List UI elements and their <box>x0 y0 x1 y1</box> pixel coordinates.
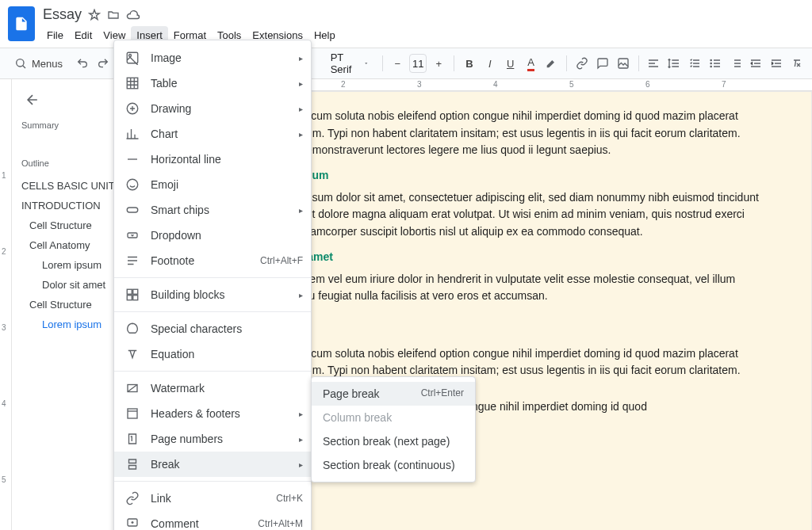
insert-footnote[interactable]: FootnoteCtrl+Alt+F <box>114 248 311 273</box>
chips-icon <box>125 203 140 217</box>
decrease-indent-button[interactable] <box>747 52 764 74</box>
bold-button[interactable]: B <box>461 52 478 74</box>
menu-edit[interactable]: Edit <box>69 26 98 44</box>
footnote-icon <box>125 254 140 268</box>
insert-image[interactable]: Image▸ <box>114 45 311 71</box>
headers-icon <box>125 406 140 421</box>
insert-image-button[interactable] <box>615 52 632 74</box>
numbered-list-button[interactable] <box>727 52 745 74</box>
break-page-break[interactable]: Page breakCtrl+Enter <box>312 382 475 406</box>
insert-page-numbers[interactable]: Page numbers▸ <box>114 426 311 452</box>
svg-rect-14 <box>127 296 132 300</box>
vertical-ruler: 123456 <box>0 79 12 530</box>
insert-watermark[interactable]: Watermark <box>114 376 311 401</box>
svg-rect-17 <box>128 409 137 418</box>
docs-logo-icon[interactable] <box>8 6 35 41</box>
svg-point-4 <box>710 66 711 67</box>
svg-point-2 <box>710 59 711 60</box>
break-submenu: Page breakCtrl+EnterColumn breakSection … <box>311 376 476 482</box>
highlight-button[interactable] <box>542 52 560 74</box>
insert-building-blocks[interactable]: Building blocks▸ <box>114 282 311 307</box>
link-icon <box>125 491 140 505</box>
svg-rect-5 <box>127 52 138 63</box>
svg-point-3 <box>710 63 711 63</box>
svg-rect-15 <box>133 296 138 300</box>
text-color-button[interactable]: A <box>523 52 540 74</box>
decrease-size-button[interactable]: − <box>389 52 406 74</box>
chevron-right-icon: ▸ <box>299 460 303 469</box>
hr-icon <box>125 152 140 166</box>
dropdown-icon <box>125 228 140 242</box>
underline-button[interactable]: U <box>502 52 519 74</box>
svg-point-9 <box>127 179 138 190</box>
chart-icon <box>125 127 140 141</box>
font-family-select[interactable]: PT Serif <box>324 51 376 75</box>
list-heading: 1. Lorem ipsum <box>247 167 764 185</box>
search-menus[interactable]: Menus <box>6 54 71 73</box>
blocks-icon <box>125 288 140 302</box>
chevron-right-icon: ▸ <box>299 54 303 63</box>
insert-comment[interactable]: CommentCtrl+Alt+M <box>114 511 311 530</box>
insert-horizontal-line[interactable]: Horizontal line <box>114 147 311 172</box>
comment-icon <box>125 517 140 530</box>
insert-drawing[interactable]: Drawing▸ <box>114 96 311 121</box>
svg-point-6 <box>129 55 132 57</box>
svg-rect-7 <box>127 78 138 89</box>
chevron-right-icon: ▸ <box>299 130 303 139</box>
checklist-button[interactable] <box>686 52 703 74</box>
break-icon <box>125 457 140 471</box>
watermark-icon <box>125 381 140 395</box>
body-text: Duis autem vel eum iriure dolor in hendr… <box>269 271 764 305</box>
increase-indent-button[interactable] <box>768 52 785 74</box>
star-icon[interactable] <box>88 9 101 21</box>
chevron-right-icon: ▸ <box>299 206 303 215</box>
menu-file[interactable]: File <box>41 26 69 44</box>
doc-title[interactable]: Essay <box>43 6 82 23</box>
clear-formatting-button[interactable] <box>788 52 806 74</box>
italic-button[interactable]: I <box>481 52 499 74</box>
undo-button[interactable] <box>74 52 91 74</box>
chevron-right-icon: ▸ <box>299 105 303 113</box>
align-button[interactable] <box>645 52 662 74</box>
table-icon <box>125 76 140 90</box>
image-icon <box>125 51 140 65</box>
insert-link-button[interactable] <box>573 52 591 74</box>
svg-rect-13 <box>133 289 138 294</box>
insert-dropdown[interactable]: Dropdown <box>114 223 311 248</box>
insert-special-characters[interactable]: Special characters <box>114 316 311 341</box>
font-size-input[interactable]: 11 <box>409 54 427 73</box>
move-icon[interactable] <box>107 9 120 21</box>
insert-chart[interactable]: Chart▸ <box>114 121 311 147</box>
add-comment-button[interactable] <box>594 52 611 74</box>
equation-icon <box>125 347 140 361</box>
insert-headers-footers[interactable]: Headers & footers▸ <box>114 401 311 426</box>
insert-equation[interactable]: Equation <box>114 341 311 367</box>
increase-size-button[interactable]: + <box>430 52 447 74</box>
emoji-icon <box>125 177 140 192</box>
bulleted-list-button[interactable] <box>707 52 724 74</box>
insert-table[interactable]: Table▸ <box>114 71 311 96</box>
chevron-right-icon: ▸ <box>299 410 303 418</box>
cloud-icon[interactable] <box>126 8 140 22</box>
drawing-icon <box>125 101 140 116</box>
svg-rect-12 <box>127 289 132 294</box>
chevron-right-icon: ▸ <box>299 435 303 444</box>
insert-emoji[interactable]: Emoji <box>114 172 311 197</box>
insert-smart-chips[interactable]: Smart chips▸ <box>114 197 311 223</box>
pagenum-icon <box>125 432 140 446</box>
insert-link[interactable]: LinkCtrl+K <box>114 486 311 511</box>
menu-help[interactable]: Help <box>308 26 341 44</box>
break-column-break: Column break <box>312 406 475 429</box>
body-text: Lorem ipsum dolor sit amet, consectetuer… <box>269 189 764 241</box>
chevron-right-icon: ▸ <box>299 291 303 299</box>
insert-menu-dropdown: Image▸Table▸Drawing▸Chart▸Horizontal lin… <box>113 40 312 530</box>
menus-label: Menus <box>32 58 63 70</box>
svg-point-0 <box>17 59 24 67</box>
line-spacing-button[interactable] <box>665 52 683 74</box>
redo-button[interactable] <box>94 52 112 74</box>
list-heading: 2. Dolor sit amet <box>247 249 764 266</box>
break-section-break-continuous-[interactable]: Section break (continuous) <box>312 453 475 477</box>
chevron-right-icon: ▸ <box>299 79 303 88</box>
insert-break[interactable]: Break▸ <box>114 452 311 477</box>
break-section-break-next-page-[interactable]: Section break (next page) <box>312 429 475 453</box>
